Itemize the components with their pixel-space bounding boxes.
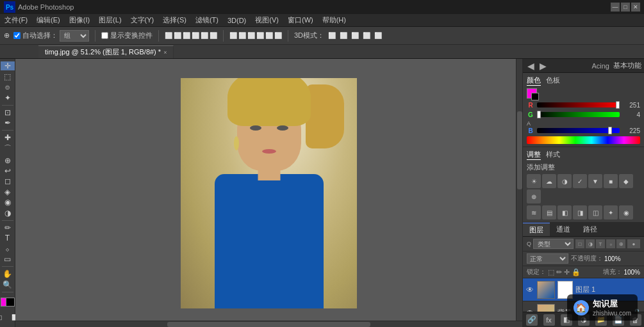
lock-pixels-icon[interactable]: ✏ bbox=[556, 268, 562, 276]
exposure-adjust-button[interactable]: ✓ bbox=[573, 174, 587, 188]
shape-filter-button[interactable]: ⬦ bbox=[606, 239, 615, 248]
text-filter-button[interactable]: T bbox=[596, 239, 605, 248]
pixel-filter-button[interactable]: □ bbox=[575, 239, 584, 248]
move-tool-button[interactable]: ✛ bbox=[1, 61, 15, 70]
blue-slider-thumb[interactable] bbox=[608, 127, 612, 134]
curves-adjust-button[interactable]: ◑ bbox=[557, 174, 572, 188]
levels-adjust-button[interactable]: ☁ bbox=[542, 174, 556, 188]
menu-text[interactable]: 文字(Y) bbox=[129, 15, 156, 25]
select-tool-button[interactable]: ⬚ bbox=[1, 72, 15, 81]
threshold-button[interactable]: ✦ bbox=[604, 205, 618, 219]
black-white-button[interactable]: ⊕ bbox=[527, 189, 541, 203]
vibrance-adjust-button[interactable]: ▼ bbox=[588, 174, 602, 188]
color-boxes[interactable] bbox=[1, 298, 15, 307]
layer-style-button[interactable]: fx bbox=[543, 314, 555, 326]
adjustments-tab[interactable]: 调整 bbox=[527, 150, 541, 160]
lasso-tool-button[interactable]: ⌾ bbox=[1, 83, 15, 92]
align-icon-1[interactable]: ⬜ bbox=[165, 32, 172, 39]
heal-tool-button[interactable]: ✚ bbox=[1, 133, 15, 142]
maximize-button[interactable]: □ bbox=[621, 3, 630, 12]
menu-layer[interactable]: 图层(L) bbox=[97, 15, 123, 25]
horizontal-scrollbar[interactable] bbox=[15, 321, 522, 327]
quick-mask-button[interactable]: ◧ bbox=[0, 310, 7, 324]
document-tab[interactable]: timg.jpg @ 51.2% (图层 1, RGB/8#) * × bbox=[38, 45, 174, 58]
menu-select[interactable]: 选择(S) bbox=[161, 15, 188, 25]
align-icon-5[interactable]: ⬜ bbox=[201, 32, 208, 39]
layer-1-visibility-icon[interactable]: 👁 bbox=[525, 285, 534, 294]
align-icon-3[interactable]: ⬜ bbox=[183, 32, 190, 39]
green-slider-thumb[interactable] bbox=[537, 111, 541, 118]
gradient-map-button[interactable]: ◉ bbox=[619, 205, 633, 219]
shape-tool-button[interactable]: ▭ bbox=[1, 255, 15, 264]
layer-link-button[interactable]: 🔗 bbox=[526, 314, 538, 326]
gradient-tool-button[interactable]: ◈ bbox=[1, 187, 15, 196]
distrib-icon-5[interactable]: ⬜ bbox=[265, 32, 273, 39]
layer-type-filter[interactable]: 类型 bbox=[533, 239, 574, 249]
menu-view[interactable]: 视图(V) bbox=[253, 15, 281, 25]
distrib-icon-2[interactable]: ⬜ bbox=[238, 32, 246, 39]
distrib-icon-4[interactable]: ⬜ bbox=[256, 32, 264, 39]
menu-help[interactable]: 帮助(H) bbox=[320, 15, 348, 25]
auto-select-type-select[interactable]: 组 图层 bbox=[60, 30, 89, 42]
color-fg-preview[interactable] bbox=[527, 88, 537, 99]
menu-image[interactable]: 图像(I) bbox=[67, 15, 92, 25]
panel-collapse-icon[interactable]: ◀ bbox=[525, 61, 536, 71]
layers-tab[interactable]: 图层 bbox=[523, 223, 550, 236]
blend-mode-select[interactable]: 正常 bbox=[527, 253, 568, 264]
3d-icon-4[interactable]: ⬜ bbox=[363, 32, 370, 39]
distrib-icon-3[interactable]: ⬜ bbox=[247, 32, 255, 39]
align-icon-2[interactable]: ⬜ bbox=[174, 32, 181, 39]
color-balance-button[interactable]: ◆ bbox=[619, 174, 633, 188]
green-slider-track[interactable] bbox=[537, 112, 620, 117]
swatches-tab[interactable]: 色板 bbox=[546, 76, 560, 86]
crop-tool-button[interactable]: ⊡ bbox=[1, 108, 15, 116]
auto-select-checkbox[interactable] bbox=[13, 32, 21, 39]
3d-icon-1[interactable]: ⬜ bbox=[328, 32, 336, 39]
lock-all-icon[interactable]: 🔒 bbox=[572, 268, 581, 276]
wand-tool-button[interactable]: ✦ bbox=[1, 93, 15, 102]
eraser-tool-button[interactable]: ◻ bbox=[1, 177, 15, 186]
text-tool-button[interactable]: T bbox=[1, 234, 15, 243]
clone-tool-button[interactable]: ⊕ bbox=[1, 156, 15, 164]
history-tool-button[interactable]: ↩ bbox=[1, 166, 15, 175]
menu-file[interactable]: 文件(F) bbox=[3, 15, 29, 25]
red-slider-thumb[interactable] bbox=[616, 101, 620, 109]
menu-edit[interactable]: 编辑(E) bbox=[35, 15, 62, 25]
tab-close-icon[interactable]: × bbox=[163, 49, 167, 56]
path-tool-button[interactable]: ⬦ bbox=[1, 244, 15, 253]
lock-position-icon[interactable]: ✛ bbox=[564, 268, 570, 276]
minimize-button[interactable]: — bbox=[611, 3, 620, 12]
distrib-icon-6[interactable]: ⬜ bbox=[274, 32, 282, 39]
panel-expand-icon[interactable]: ▶ bbox=[538, 61, 548, 71]
color-lookup-button[interactable]: ◧ bbox=[557, 205, 572, 219]
styles-tab[interactable]: 样式 bbox=[546, 150, 560, 160]
brightness-adjust-button[interactable]: ☀ bbox=[527, 174, 541, 188]
align-icon-4[interactable]: ⬜ bbox=[192, 32, 199, 39]
paths-tab[interactable]: 路径 bbox=[577, 223, 604, 236]
smart-filter-button[interactable]: ⊕ bbox=[616, 239, 625, 248]
3d-icon-2[interactable]: ⬜ bbox=[340, 32, 347, 39]
distrib-icon-1[interactable]: ⬜ bbox=[229, 32, 237, 39]
3d-icon-3[interactable]: ⬜ bbox=[351, 32, 359, 39]
zoom-tool-button[interactable]: 🔍 bbox=[1, 280, 15, 289]
filter-toggle-button[interactable]: ● bbox=[627, 239, 640, 248]
3d-icon-5[interactable]: ⬜ bbox=[374, 32, 382, 39]
photo-filter-button[interactable]: ≋ bbox=[527, 205, 541, 219]
show-transform-checkbox[interactable] bbox=[101, 32, 108, 39]
adj-filter-button[interactable]: ◑ bbox=[586, 239, 595, 248]
eyedropper-tool-button[interactable]: ✒ bbox=[1, 118, 15, 127]
hue-adjust-button[interactable]: ■ bbox=[604, 174, 618, 188]
invert-button[interactable]: ◨ bbox=[573, 205, 587, 219]
channels-tab[interactable]: 通道 bbox=[550, 223, 577, 236]
layer-1-name[interactable]: 图层 1 bbox=[575, 285, 641, 294]
align-icon-6[interactable]: ⬜ bbox=[210, 32, 217, 39]
hand-tool-button[interactable]: ✋ bbox=[1, 269, 15, 278]
vertical-scrollbar[interactable] bbox=[516, 59, 522, 321]
menu-window[interactable]: 窗口(W) bbox=[286, 15, 315, 25]
color-spectrum-bar[interactable] bbox=[527, 136, 640, 144]
posterize-button[interactable]: ◫ bbox=[588, 205, 602, 219]
close-button[interactable]: ✕ bbox=[631, 3, 640, 12]
blur-tool-button[interactable]: ◉ bbox=[1, 198, 15, 207]
pen-tool-button[interactable]: ✏ bbox=[1, 223, 15, 232]
background-color[interactable] bbox=[6, 298, 15, 307]
